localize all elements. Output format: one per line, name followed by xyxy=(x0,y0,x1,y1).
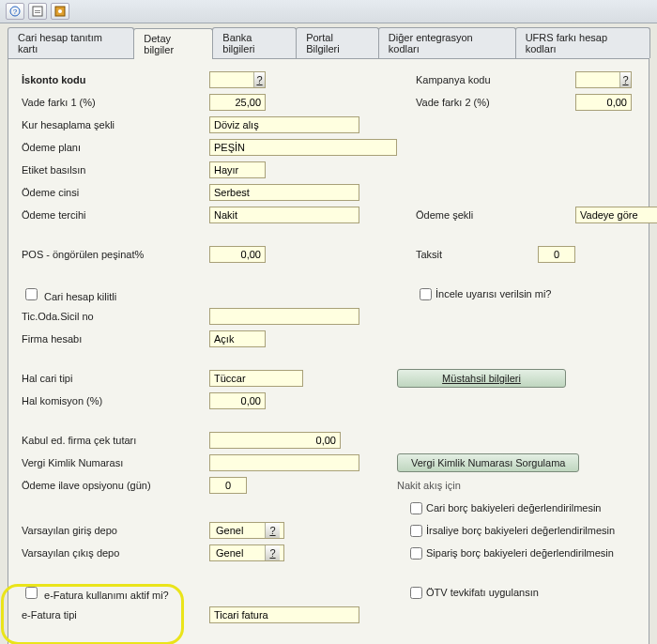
incele-uyari-checkbox[interactable] xyxy=(420,288,432,300)
tab-detay-bilgiler[interactable]: Detay bilgiler xyxy=(133,28,213,59)
lookup-icon[interactable]: ? xyxy=(619,72,631,87)
cari-kilitli-wrap: Cari hesap kilitli xyxy=(22,285,209,303)
kampanya-kodu-input[interactable] xyxy=(580,73,618,86)
efatura-tipi-input[interactable] xyxy=(209,606,359,623)
irsaliye-borc-checkbox[interactable] xyxy=(410,525,422,537)
help-icon[interactable]: ? xyxy=(6,3,24,20)
tab-ufrs[interactable]: UFRS farkı hesap kodları xyxy=(515,27,650,58)
odeme-plani-input[interactable] xyxy=(209,139,397,156)
kur-hesap-input[interactable] xyxy=(209,116,359,133)
lookup-icon[interactable]: ? xyxy=(253,72,265,87)
tab-portal[interactable]: Portal Bilgileri xyxy=(296,27,379,58)
svg-text:?: ? xyxy=(13,8,18,16)
label-irsaliye-borc: İrsaliye borç bakiyeleri değerlendirilme… xyxy=(426,525,615,536)
label-vade-farki-2: Vade farkı 2 (%) xyxy=(416,97,575,108)
label-kabul-cek: Kabul ed. firma çek tutarı xyxy=(22,435,209,446)
svg-rect-4 xyxy=(35,12,40,13)
lookup-icon[interactable]: ? xyxy=(265,523,280,538)
label-nakit-akis: Nakit akış için xyxy=(397,480,461,491)
cari-borc-checkbox[interactable] xyxy=(410,502,422,514)
vergi-kimlik-input[interactable] xyxy=(209,454,359,471)
taksit-input[interactable] xyxy=(538,246,575,263)
iskonto-kodu-input[interactable] xyxy=(214,73,252,86)
odeme-ilave-input[interactable] xyxy=(209,477,247,494)
toolbar: ? xyxy=(0,0,657,23)
tab-cari-hesap[interactable]: Cari hesap tanıtım kartı xyxy=(8,27,134,58)
label-hal-komisyon: Hal komisyon (%) xyxy=(22,395,209,406)
odeme-cinsi-input[interactable] xyxy=(209,184,359,201)
firma-hesabi-input[interactable] xyxy=(209,330,266,347)
ledger-icon[interactable] xyxy=(51,3,69,20)
odeme-sekli-input[interactable] xyxy=(575,207,657,223)
label-odeme-cinsi: Ödeme cinsi xyxy=(22,187,209,198)
odeme-tercihi-input[interactable] xyxy=(209,207,359,223)
label-siparis-borc: Sipariş borç bakiyeleri değerlendirilmes… xyxy=(426,547,614,559)
vergi-sorgu-button[interactable]: Vergi Kimlik Numarası Sorgulama xyxy=(397,453,579,472)
kabul-cek-input[interactable] xyxy=(209,432,341,449)
lookup-icon[interactable]: ? xyxy=(265,545,280,560)
vars-cikis-input[interactable] xyxy=(214,546,263,560)
label-tic-oda: Tic.Oda.Sicil no xyxy=(22,311,209,322)
label-kur-hesap: Kur hesaplama şekli xyxy=(22,119,209,130)
vade-farki-1-input[interactable] xyxy=(209,94,266,111)
vade-farki-2-input[interactable] xyxy=(575,94,632,111)
svg-rect-3 xyxy=(35,10,40,11)
iskonto-kodu-lookup[interactable]: ? xyxy=(209,71,266,88)
efatura-aktif-checkbox[interactable] xyxy=(25,587,38,599)
label-odeme-sekli: Ödeme şekli xyxy=(416,209,575,221)
efatura-aktif-wrap: e-Fatura kullanımı aktif mi? xyxy=(22,584,209,602)
label-vergi-kimlik: Vergi Kimlik Numarası xyxy=(22,457,209,468)
detail-form: İskonto kodu ? Kampanya kodu ? Vade fark… xyxy=(8,59,649,644)
label-otv-tevkifat: ÖTV tevkifatı uygulansın xyxy=(426,587,539,598)
save-icon[interactable] xyxy=(28,3,47,20)
siparis-borc-checkbox[interactable] xyxy=(410,547,422,560)
label-efatura-tipi: e-Fatura tipi xyxy=(22,609,209,621)
label-hal-cari-tipi: Hal cari tipi xyxy=(22,373,209,384)
kampanya-kodu-lookup[interactable]: ? xyxy=(575,71,632,88)
pos-pesinat-input[interactable] xyxy=(209,246,266,263)
cari-kilitli-checkbox[interactable] xyxy=(25,288,38,300)
tab-entegrasyon[interactable]: Diğer entegrasyon kodları xyxy=(378,27,516,58)
label-vars-cikis: Varsayılan çıkış depo xyxy=(22,547,209,559)
label-iskonto-kodu: İskonto kodu xyxy=(22,74,209,85)
label-firma-hesabi: Firma hesabı xyxy=(22,333,209,345)
tab-bar: Cari hesap tanıtım kartı Detay bilgiler … xyxy=(8,27,649,59)
mustahsil-button[interactable]: Müstahsil bilgileri xyxy=(397,369,566,388)
label-etiket-basilsin: Etiket basılsın xyxy=(22,164,209,176)
tab-banka[interactable]: Banka bilgileri xyxy=(212,27,297,58)
otv-tevkifat-checkbox[interactable] xyxy=(410,587,422,599)
vars-giris-input[interactable] xyxy=(214,524,263,537)
label-cari-kilitli: Cari hesap kilitli xyxy=(44,291,116,302)
hal-komisyon-input[interactable] xyxy=(209,392,266,409)
label-vars-giris: Varsayılan giriş depo xyxy=(22,525,209,536)
label-efatura-aktif: e-Fatura kullanımı aktif mi? xyxy=(44,590,169,601)
label-odeme-plani: Ödeme planı xyxy=(22,142,209,153)
label-odeme-ilave: Ödeme ilave opsiyonu (gün) xyxy=(22,480,209,491)
tic-oda-input[interactable] xyxy=(209,308,359,325)
label-pos-pesinat: POS - öngörülen peşinat% xyxy=(22,249,209,260)
etiket-basilsin-input[interactable] xyxy=(209,161,266,178)
hal-cari-tipi-input[interactable] xyxy=(209,370,303,387)
label-cari-borc: Cari borç bakiyeleri değerlendirilmesin xyxy=(426,502,601,514)
label-odeme-tercihi: Ödeme tercihi xyxy=(22,209,209,221)
vars-cikis-lookup[interactable]: ? xyxy=(209,544,284,561)
label-incele-uyari: İncele uyarısı verilsin mi? xyxy=(435,288,552,299)
label-kampanya-kodu: Kampanya kodu xyxy=(416,74,575,85)
label-vade-farki-1: Vade farkı 1 (%) xyxy=(22,97,209,108)
svg-point-6 xyxy=(58,9,62,13)
vars-giris-lookup[interactable]: ? xyxy=(209,522,284,539)
label-taksit: Taksit xyxy=(416,249,538,260)
